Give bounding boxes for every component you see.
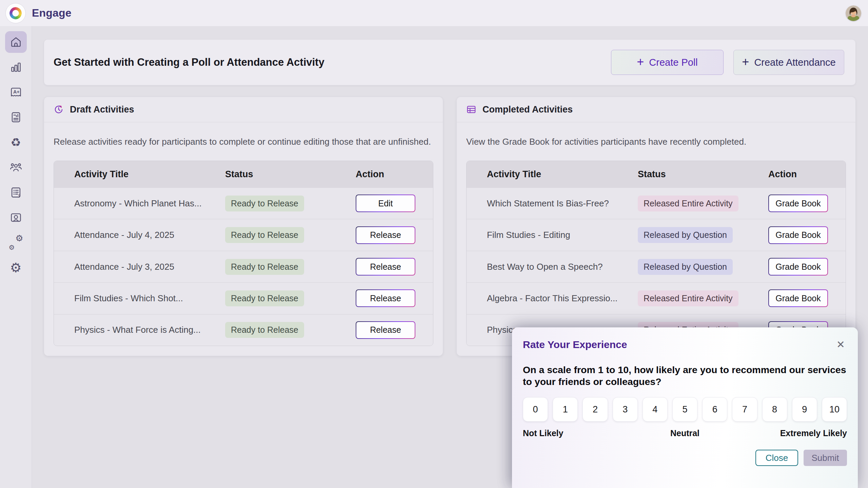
edit-button[interactable]: Edit: [356, 195, 415, 212]
rating-10-button[interactable]: 10: [822, 397, 847, 422]
double-gear-icon: ⚙ ⚙: [9, 236, 23, 249]
sidebar-item-home[interactable]: [5, 31, 27, 53]
plus-icon: +: [637, 55, 644, 69]
card-title: Draft Activities: [70, 104, 134, 115]
draft-card-header: Draft Activities: [44, 97, 443, 122]
grade-a-plus-icon: A+: [9, 86, 22, 99]
sidebar-item-analytics[interactable]: [5, 56, 27, 78]
table-header: Activity Title Status Action: [467, 161, 846, 187]
activity-title: Which Statement Is Bias-Free?: [487, 198, 638, 209]
plus-icon: +: [742, 55, 749, 69]
activity-title: Astronomy - Which Planet Has...: [74, 198, 225, 209]
activity-title: Film Studies - Which Shot...: [74, 293, 225, 304]
rating-scale: 0 1 2 3 4 5 6 7 8 9 10: [523, 397, 847, 422]
rating-9-button[interactable]: 9: [792, 397, 817, 422]
clock-history-icon: [54, 104, 64, 115]
bar-chart-icon: [9, 61, 22, 74]
submit-button: Submit: [804, 450, 847, 466]
activity-title: Physics - What Force is Acting...: [74, 325, 225, 335]
status-badge: Released by Question: [638, 227, 733, 243]
table-header: Activity Title Status Action: [54, 161, 433, 187]
release-button[interactable]: Release: [356, 258, 415, 276]
draft-activities-table: Activity Title Status Action Astronomy -…: [54, 161, 433, 346]
status-badge: Ready to Release: [225, 322, 304, 338]
rating-7-button[interactable]: 7: [732, 397, 757, 422]
table-row: Attendance - July 3, 2025 Ready to Relea…: [54, 251, 433, 282]
draft-activities-card: Draft Activities Release activities read…: [44, 97, 443, 356]
sidebar-item-questions[interactable]: ?: [5, 182, 27, 203]
status-badge: Ready to Release: [225, 259, 304, 275]
card-title: Completed Activities: [482, 104, 573, 115]
modal-footer: Close Submit: [523, 450, 847, 466]
app-title: Engage: [32, 7, 72, 19]
sidebar-item-services[interactable]: ⚙ ⚙: [5, 232, 27, 253]
app-logo: [5, 3, 26, 23]
sidebar-item-media[interactable]: [5, 207, 27, 228]
create-poll-button[interactable]: + Create Poll: [611, 50, 724, 75]
grade-book-button[interactable]: Grade Book: [768, 258, 828, 276]
completed-activities-table: Activity Title Status Action Which State…: [466, 161, 846, 346]
grade-book-button[interactable]: Grade Book: [768, 195, 828, 212]
rate-experience-modal: Rate Your Experience ✕ On a scale from 1…: [512, 327, 858, 488]
user-avatar[interactable]: [846, 5, 861, 21]
activity-title: Attendance - July 3, 2025: [74, 262, 225, 272]
grade-book-button[interactable]: Grade Book: [768, 289, 828, 307]
report-document-icon: [9, 111, 22, 124]
sidebar-item-reports[interactable]: [5, 106, 27, 128]
release-button[interactable]: Release: [356, 321, 415, 339]
activity-title: Best Way to Open a Speech?: [487, 262, 638, 272]
people-group-icon: [9, 161, 22, 174]
activity-title: Algebra - Factor This Expressio...: [487, 293, 638, 304]
completed-activities-card: Completed Activities View the Grade Book…: [457, 97, 855, 356]
table-row: Film Studies - Which Shot... Ready to Re…: [54, 282, 433, 314]
logo-swirl-icon: [7, 5, 24, 21]
not-likely-label: Not Likely: [523, 428, 631, 438]
media-image-icon: [9, 211, 22, 224]
banner-actions: + Create Poll + Create Attendance: [611, 50, 844, 75]
neutral-label: Neutral: [631, 428, 739, 438]
table-row: Astronomy - Which Planet Has... Ready to…: [54, 187, 433, 219]
app-header: Engage: [0, 0, 868, 26]
create-attendance-button[interactable]: + Create Attendance: [733, 50, 844, 75]
scale-labels: Not Likely Neutral Extremely Likely: [523, 428, 847, 438]
status-badge: Ready to Release: [225, 196, 304, 211]
completed-card-description: View the Grade Book for activities parti…: [466, 137, 846, 147]
close-button[interactable]: Close: [755, 450, 798, 466]
table-row: Physics - What Force is Acting... Ready …: [54, 314, 433, 346]
rating-3-button[interactable]: 3: [613, 397, 638, 422]
status-badge: Ready to Release: [225, 227, 304, 243]
release-button[interactable]: Release: [356, 289, 415, 307]
rating-1-button[interactable]: 1: [553, 397, 578, 422]
banner-title: Get Started with Creating a Poll or Atte…: [54, 56, 324, 68]
question-list-icon: ?: [9, 186, 22, 199]
status-badge: Ready to Release: [225, 290, 304, 306]
sidebar-item-settings[interactable]: ⚙: [5, 257, 27, 279]
grade-book-button[interactable]: Grade Book: [768, 226, 828, 244]
home-icon: [9, 36, 22, 48]
recycle-icon: ♻: [11, 137, 21, 148]
rating-6-button[interactable]: 6: [702, 397, 727, 422]
sidebar-item-participants[interactable]: [5, 157, 27, 178]
status-badge: Released by Question: [638, 259, 733, 275]
close-icon[interactable]: ✕: [834, 339, 847, 350]
status-badge: Released Entire Activity: [638, 290, 738, 306]
extremely-likely-label: Extremely Likely: [739, 428, 847, 438]
rating-4-button[interactable]: 4: [643, 397, 668, 422]
table-row: Algebra - Factor This Expressio... Relea…: [467, 282, 846, 314]
nps-question: On a scale from 1 to 10, how likely are …: [523, 364, 847, 388]
draft-card-description: Release activities ready for participant…: [54, 137, 433, 147]
table-grid-icon: [466, 104, 476, 115]
rating-2-button[interactable]: 2: [583, 397, 608, 422]
settings-gear-icon: ⚙: [10, 261, 21, 274]
table-row: Attendance - July 4, 2025 Ready to Relea…: [54, 219, 433, 250]
rating-8-button[interactable]: 8: [762, 397, 787, 422]
rating-5-button[interactable]: 5: [672, 397, 697, 422]
sidebar-item-grades[interactable]: A+: [5, 81, 27, 103]
release-button[interactable]: Release: [356, 226, 415, 244]
get-started-banner: Get Started with Creating a Poll or Atte…: [44, 40, 855, 85]
table-row: Best Way to Open a Speech? Released by Q…: [467, 251, 846, 282]
svg-text:A+: A+: [13, 89, 20, 95]
svg-text:?: ?: [18, 194, 20, 199]
sidebar-item-recycle[interactable]: ♻: [5, 131, 27, 153]
rating-0-button[interactable]: 0: [523, 397, 548, 422]
